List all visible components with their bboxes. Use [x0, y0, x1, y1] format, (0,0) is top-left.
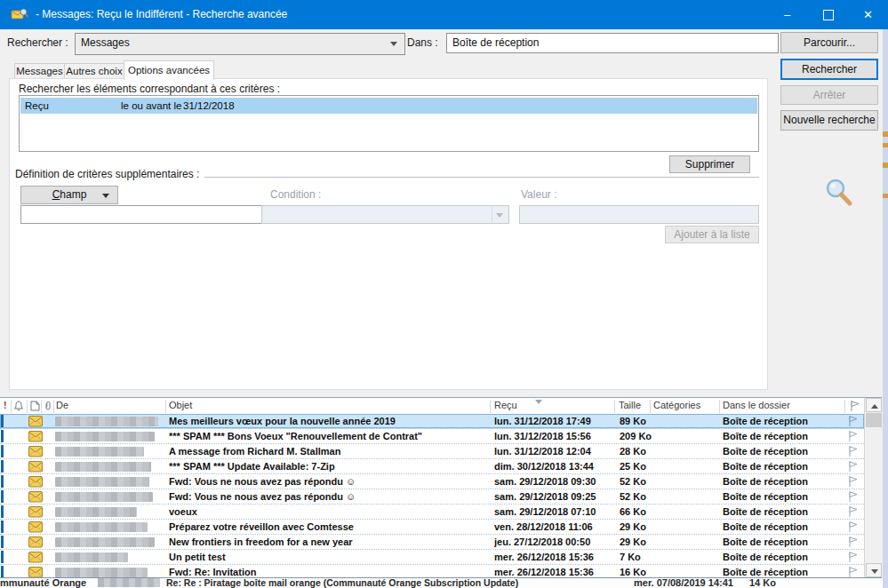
value-label: Valeur :	[521, 188, 556, 201]
lookfor-label: Rechercher :	[7, 36, 68, 49]
field-dropdown-button[interactable]: Champ	[20, 186, 118, 204]
received-cell: lun. 31/12/2018 17:49	[494, 414, 591, 428]
received-cell: mer. 26/12/2018 15:36	[494, 565, 594, 578]
received-cell: mer. 26/12/2018 15:36	[494, 550, 594, 564]
scroll-up-button[interactable]	[866, 398, 882, 412]
subject-cell: Préparez votre réveillon avec Comtesse	[169, 520, 354, 534]
stop-button[interactable]: Arrêter	[780, 85, 878, 105]
sender-redacted	[55, 507, 137, 517]
unread-bar	[1, 430, 4, 442]
tab-autres-choix[interactable]: Autres choix	[64, 63, 124, 79]
size-cell: 25 Ko	[620, 459, 646, 473]
folder-cell: Boîte de réception	[723, 459, 808, 473]
condition-label: Condition :	[270, 188, 321, 201]
size-cell: 52 Ko	[620, 474, 646, 489]
browse-button[interactable]: Parcourir...	[780, 32, 878, 53]
search-magnifier-icon	[822, 176, 858, 211]
received-cell: sam. 29/12/2018 09:25	[494, 489, 596, 504]
title-bar[interactable]: - Messages: Reçu le Indifférent - Recher…	[0, 0, 888, 29]
results-header[interactable]: ! De Objet Reçu Taille Catégories Dans l…	[0, 398, 864, 415]
size-cell: 16 Ko	[620, 565, 646, 578]
scrollbar-thumb[interactable]	[866, 413, 882, 427]
advanced-find-dialog: - Messages: Reçu le Indifférent - Recher…	[0, 0, 888, 588]
subject-cell: Fwd: Re: Invitation	[169, 565, 256, 578]
message-row[interactable]: *** SPAM *** Bons Voeux "Renouvellement …	[0, 429, 864, 444]
window-title: - Messages: Reçu le Indifférent - Recher…	[36, 0, 287, 29]
results-rows: Mes meilleurs vœux pour la nouvelle anné…	[0, 414, 864, 577]
maximize-button[interactable]	[808, 0, 848, 29]
flag-column-header-icon[interactable]	[849, 400, 861, 412]
importance-column-header[interactable]: !	[4, 400, 7, 410]
criteria-list[interactable]: Reçu le ou avant le 31/12/2018	[19, 95, 759, 152]
subject-cell: voeux	[169, 505, 197, 519]
define-heading: Définition de critères supplémentaires :	[15, 168, 204, 180]
message-row[interactable]: A message from Richard M. Stallmanlun. 3…	[0, 444, 864, 459]
folder-column-header[interactable]: Dans le dossier	[723, 400, 790, 410]
field-input[interactable]	[20, 205, 265, 224]
item-type-column-icon[interactable]	[30, 401, 40, 411]
size-cell: 89 Ko	[620, 414, 646, 428]
size-column-header[interactable]: Taille	[619, 400, 641, 410]
sender-redacted	[55, 492, 153, 502]
tab-options-avancees[interactable]: Options avancées	[124, 60, 214, 80]
categories-column-header[interactable]: Catégories	[653, 400, 700, 410]
received-cell: ven. 28/12/2018 11:06	[494, 520, 593, 534]
unread-bar	[1, 536, 4, 548]
reminder-bell-icon[interactable]	[13, 401, 24, 411]
subject-cell: Fwd: Vous ne nous avez pas répondu ☺	[169, 489, 356, 504]
received-cell: sam. 29/12/2018 07:10	[494, 505, 596, 519]
background-window-edge	[883, 29, 888, 588]
sender-redacted	[55, 568, 148, 577]
criteria-value: 31/12/2018	[183, 98, 235, 114]
group-separator	[200, 177, 759, 178]
scroll-down-button[interactable]	[866, 563, 882, 577]
from-column-header[interactable]: De	[56, 400, 68, 410]
background-received: mer. 07/08/2019 14:41	[634, 578, 733, 588]
message-row[interactable]: *** SPAM *** Update Available: 7-Zipdim.…	[0, 459, 864, 474]
dropdown-button-area	[492, 207, 508, 222]
minimize-button[interactable]: –	[767, 0, 807, 29]
sender-redacted	[55, 537, 155, 547]
add-to-list-button[interactable]: Ajouter à la liste	[665, 226, 759, 243]
received-cell: sam. 29/12/2018 09:30	[494, 474, 596, 489]
sender-redacted	[55, 447, 144, 457]
criteria-row[interactable]: Reçu le ou avant le 31/12/2018	[20, 98, 757, 114]
message-row[interactable]: Fwd: Vous ne nous avez pas répondu ☺sam.…	[0, 489, 864, 505]
subject-column-header[interactable]: Objet	[169, 400, 192, 410]
sender-redacted	[55, 522, 148, 532]
chevron-down-icon	[390, 42, 397, 46]
value-input-disabled	[519, 205, 759, 224]
size-cell: 29 Ko	[620, 535, 646, 549]
received-column-header[interactable]: Reçu	[494, 400, 517, 410]
unread-bar	[1, 475, 4, 488]
folder-cell: Boîte de réception	[723, 565, 808, 578]
unread-bar	[1, 551, 4, 563]
sender-redacted	[55, 462, 151, 472]
close-button[interactable]: ✕	[848, 0, 888, 29]
folder-cell: Boîte de réception	[723, 550, 808, 564]
message-row[interactable]: Fwd: Vous ne nous avez pas répondu ☺sam.…	[0, 474, 864, 489]
tab-messages[interactable]: Messages	[14, 63, 65, 79]
message-row[interactable]: Fwd: Re: Invitationmer. 26/12/2018 15:36…	[0, 565, 864, 578]
search-button[interactable]: Rechercher	[780, 59, 878, 80]
message-row[interactable]: New frontiers in freedom for a new yearj…	[0, 535, 864, 550]
lookfor-value: Messages	[81, 36, 130, 49]
message-row[interactable]: voeuxsam. 29/12/2018 07:1066 KoBoîte de …	[0, 505, 864, 520]
delete-criteria-button[interactable]: Supprimer	[669, 155, 750, 173]
size-cell: 209 Ko	[620, 429, 652, 443]
unread-mail-icon	[28, 567, 43, 578]
vertical-scrollbar[interactable]	[864, 398, 882, 577]
subject-cell: Mes meilleurs vœux pour la nouvelle anné…	[169, 414, 396, 428]
new-search-button[interactable]: Nouvelle recherche	[780, 110, 878, 131]
received-cell: lun. 31/12/2018 15:56	[494, 429, 591, 443]
lookfor-dropdown[interactable]: Messages	[75, 33, 405, 55]
flag-icon[interactable]	[847, 566, 860, 578]
message-row[interactable]: Un petit testmer. 26/12/2018 15:367 KoBo…	[0, 550, 864, 565]
criteria-condition: le ou avant le	[121, 98, 181, 114]
message-row[interactable]: Mes meilleurs vœux pour la nouvelle anné…	[0, 414, 864, 429]
attachment-paperclip-icon[interactable]	[44, 401, 52, 411]
in-field[interactable]: Boîte de réception	[446, 33, 779, 53]
background-subject: Re: Re : Piratage boîte mail orange (Com…	[166, 578, 518, 588]
unread-bar	[1, 505, 4, 518]
message-row[interactable]: Préparez votre réveillon avec Comtesseve…	[0, 520, 864, 535]
